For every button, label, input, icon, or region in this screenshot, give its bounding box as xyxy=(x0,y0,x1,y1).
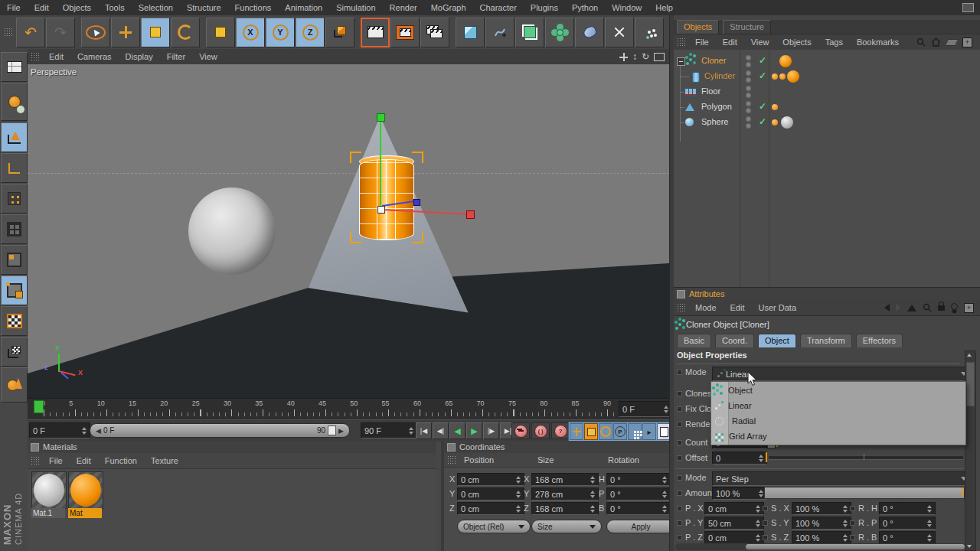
lock-x-axis-button[interactable]: X xyxy=(236,18,265,47)
autokey-button[interactable]: ( ) xyxy=(531,422,550,439)
om-drag-handle[interactable] xyxy=(677,37,685,47)
menu-selection[interactable]: Selection xyxy=(132,1,180,15)
menu-render[interactable]: Render xyxy=(383,1,424,15)
enabled-check-icon[interactable]: ✓ xyxy=(759,55,766,66)
rot-b-field[interactable]: 0 ° xyxy=(606,502,671,515)
object-name[interactable]: Polygon xyxy=(701,102,732,111)
visibility-toggles[interactable] xyxy=(746,70,751,83)
record-keyframe-button[interactable] xyxy=(511,422,530,439)
add-cube-button[interactable] xyxy=(456,18,485,47)
frame-ruler[interactable]: 051015202530354045505560657075808590 xyxy=(28,399,616,420)
record-parameter-toggle[interactable]: P xyxy=(613,423,627,440)
workplane-modes-button[interactable] xyxy=(1,367,28,403)
home-icon[interactable] xyxy=(931,37,941,47)
rotate-tool-button[interactable] xyxy=(171,18,200,47)
texture-tag[interactable] xyxy=(772,104,778,110)
rotate-view-icon[interactable]: ↻ xyxy=(642,51,649,62)
pos-y-field[interactable]: 0 cm xyxy=(457,487,524,500)
object-name[interactable]: Sphere xyxy=(701,117,728,126)
materials-titlebar[interactable]: Materials xyxy=(28,441,436,454)
tab-coord[interactable]: Coord. xyxy=(715,334,754,347)
record-scale-toggle[interactable] xyxy=(584,423,598,440)
object-name[interactable]: Cloner xyxy=(701,56,726,65)
edges-mode-button[interactable] xyxy=(1,214,28,244)
anim-dot[interactable] xyxy=(850,506,855,511)
last-tool-button[interactable] xyxy=(206,18,235,47)
sy-field[interactable]: 100 % xyxy=(792,517,851,530)
rot-p-field[interactable]: 0 ° xyxy=(606,487,671,500)
object-row-cloner[interactable]: Cloner ✓ xyxy=(674,54,980,69)
menu-python[interactable]: Python xyxy=(565,1,605,15)
om-menu-objects[interactable]: Objects xyxy=(776,35,818,49)
rot-h-field[interactable]: 0 ° xyxy=(606,473,671,486)
lock-z-axis-button[interactable]: Z xyxy=(296,18,325,47)
viewport-menu-edit[interactable]: Edit xyxy=(42,50,70,64)
lock-icon[interactable] xyxy=(938,305,945,311)
anim-dot[interactable] xyxy=(677,506,682,511)
pos-z-field[interactable]: 0 cm xyxy=(457,502,524,515)
dropdown-item-grid-array[interactable]: Grid Array xyxy=(711,429,965,444)
next-key-button[interactable]: |▶ xyxy=(483,422,499,439)
texture-mode-button[interactable] xyxy=(1,306,28,336)
object-name[interactable]: Floor xyxy=(701,86,720,96)
record-pla-toggle[interactable] xyxy=(628,423,642,440)
goto-start-button[interactable]: |◀ xyxy=(416,422,432,439)
tab-basic[interactable]: Basic xyxy=(677,334,711,347)
coords-size-dropdown[interactable]: Size xyxy=(531,520,602,533)
collapse-icon[interactable] xyxy=(677,57,685,66)
enabled-check-icon[interactable]: ✓ xyxy=(759,101,766,112)
anim-dot[interactable] xyxy=(677,535,682,540)
visibility-toggles[interactable] xyxy=(746,86,751,98)
texture-tag[interactable] xyxy=(772,73,778,80)
new-panel-icon[interactable]: + xyxy=(962,37,972,47)
range-slider[interactable]: ◀ 0 F 90 ▶ xyxy=(90,423,350,438)
sz-field[interactable]: 100 % xyxy=(792,531,851,544)
anim-dot[interactable] xyxy=(677,475,682,481)
z-axis-handle[interactable] xyxy=(413,199,420,206)
play-backwards-button[interactable]: ◀ xyxy=(449,422,466,439)
search-icon[interactable] xyxy=(923,303,932,312)
prev-key-button[interactable]: ◀| xyxy=(433,422,449,439)
lock-y-axis-button[interactable]: Y xyxy=(266,18,295,47)
current-frame-field[interactable]: 0 F xyxy=(619,401,672,417)
live-selection-button[interactable] xyxy=(81,18,110,47)
object-row-floor[interactable]: Floor xyxy=(674,84,980,99)
timeline-playhead[interactable] xyxy=(34,400,44,413)
layers-icon[interactable] xyxy=(945,39,959,46)
attr-menu-mode[interactable]: Mode xyxy=(688,301,724,315)
om-menu-bookmarks[interactable]: Bookmarks xyxy=(850,35,906,49)
polygons-mode-button[interactable] xyxy=(1,245,28,275)
pos-x-field[interactable]: 0 cm xyxy=(457,473,524,486)
coordinates-drag-handle[interactable] xyxy=(447,455,456,465)
record-rotation-toggle[interactable] xyxy=(599,423,612,440)
size-x-field[interactable]: 168 cm xyxy=(531,473,599,486)
materials-menu-edit[interactable]: Edit xyxy=(70,454,98,468)
play-button[interactable]: ▶ xyxy=(466,422,482,439)
py-field[interactable]: 50 cm xyxy=(704,517,764,530)
offset-field[interactable]: 0 xyxy=(712,452,767,465)
array-generator-button[interactable] xyxy=(545,18,574,47)
menu-objects[interactable]: Objects xyxy=(56,1,98,15)
object-row-sphere[interactable]: Sphere ✓ xyxy=(674,115,980,130)
attributes-titlebar[interactable]: Attributes xyxy=(674,287,980,301)
layout-button[interactable] xyxy=(1,52,28,82)
apply-button[interactable]: Apply xyxy=(606,520,675,533)
attributes-vscrollbar[interactable] xyxy=(965,350,976,551)
menu-mograph[interactable]: MoGraph xyxy=(424,1,473,15)
maximize-view-icon[interactable] xyxy=(654,53,665,61)
tab-objects[interactable]: Objects xyxy=(677,20,719,34)
anim-dot[interactable] xyxy=(677,520,682,526)
points-mode-button[interactable] xyxy=(1,184,28,214)
menu-character[interactable]: Character xyxy=(473,1,524,15)
materials-menu-file[interactable]: File xyxy=(42,454,70,468)
range-end-field[interactable]: 90 F xyxy=(361,422,417,439)
menu-animation[interactable]: Animation xyxy=(278,1,329,15)
materials-menu-function[interactable]: Function xyxy=(98,454,144,468)
tab-structure[interactable]: Structure xyxy=(723,20,771,34)
material-tag-orange[interactable] xyxy=(779,55,792,67)
add-spline-button[interactable] xyxy=(485,18,514,47)
material-mat1-preview[interactable] xyxy=(31,471,67,509)
viewport-menu-display[interactable]: Display xyxy=(119,50,160,64)
particles-button[interactable] xyxy=(635,18,664,47)
dropdown-item-radial[interactable]: Radial xyxy=(711,413,965,429)
